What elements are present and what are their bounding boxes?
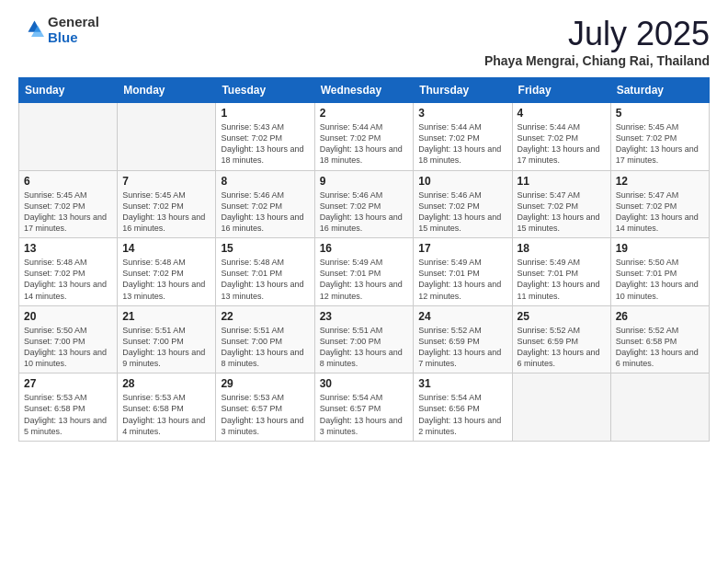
calendar-cell: 11Sunrise: 5:47 AM Sunset: 7:02 PM Dayli… bbox=[512, 170, 610, 238]
day-content: Sunrise: 5:46 AM Sunset: 7:02 PM Dayligh… bbox=[418, 190, 506, 235]
day-number: 30 bbox=[320, 377, 409, 390]
day-number: 26 bbox=[616, 310, 704, 323]
day-content: Sunrise: 5:47 AM Sunset: 7:02 PM Dayligh… bbox=[616, 190, 704, 235]
calendar-week-1: 1Sunrise: 5:43 AM Sunset: 7:02 PM Daylig… bbox=[19, 103, 710, 171]
day-number: 15 bbox=[221, 242, 309, 255]
day-number: 3 bbox=[418, 107, 506, 120]
calendar-week-3: 13Sunrise: 5:48 AM Sunset: 7:02 PM Dayli… bbox=[19, 238, 710, 306]
calendar-table: SundayMondayTuesdayWednesdayThursdayFrid… bbox=[18, 77, 710, 442]
weekday-header-tuesday: Tuesday bbox=[216, 78, 314, 103]
day-number: 9 bbox=[320, 175, 409, 188]
day-number: 21 bbox=[122, 310, 210, 323]
calendar-cell: 5Sunrise: 5:45 AM Sunset: 7:02 PM Daylig… bbox=[610, 103, 709, 171]
day-number: 24 bbox=[418, 310, 506, 323]
day-number: 27 bbox=[24, 377, 112, 390]
day-number: 25 bbox=[518, 310, 606, 323]
day-content: Sunrise: 5:46 AM Sunset: 7:02 PM Dayligh… bbox=[320, 190, 409, 235]
calendar-week-5: 27Sunrise: 5:53 AM Sunset: 6:58 PM Dayli… bbox=[19, 373, 710, 442]
day-number: 12 bbox=[616, 175, 704, 188]
calendar-cell: 3Sunrise: 5:44 AM Sunset: 7:02 PM Daylig… bbox=[414, 103, 512, 171]
calendar-cell: 23Sunrise: 5:51 AM Sunset: 7:00 PM Dayli… bbox=[314, 305, 414, 373]
calendar-cell: 29Sunrise: 5:53 AM Sunset: 6:57 PM Dayli… bbox=[216, 373, 314, 442]
calendar-cell: 15Sunrise: 5:48 AM Sunset: 7:01 PM Dayli… bbox=[216, 238, 314, 306]
day-number: 6 bbox=[24, 175, 112, 188]
day-number: 28 bbox=[122, 377, 210, 390]
calendar-cell: 9Sunrise: 5:46 AM Sunset: 7:02 PM Daylig… bbox=[314, 170, 414, 238]
logo-icon bbox=[18, 17, 44, 43]
calendar-cell: 16Sunrise: 5:49 AM Sunset: 7:01 PM Dayli… bbox=[314, 238, 414, 306]
day-content: Sunrise: 5:52 AM Sunset: 6:59 PM Dayligh… bbox=[518, 325, 606, 370]
day-content: Sunrise: 5:45 AM Sunset: 7:02 PM Dayligh… bbox=[122, 190, 210, 235]
day-number: 29 bbox=[221, 377, 309, 390]
day-content: Sunrise: 5:51 AM Sunset: 7:00 PM Dayligh… bbox=[221, 325, 309, 370]
calendar-week-4: 20Sunrise: 5:50 AM Sunset: 7:00 PM Dayli… bbox=[19, 305, 710, 373]
day-content: Sunrise: 5:51 AM Sunset: 7:00 PM Dayligh… bbox=[320, 325, 409, 370]
day-number: 14 bbox=[122, 242, 210, 255]
calendar-cell: 10Sunrise: 5:46 AM Sunset: 7:02 PM Dayli… bbox=[414, 170, 512, 238]
calendar-cell: 31Sunrise: 5:54 AM Sunset: 6:56 PM Dayli… bbox=[414, 373, 512, 442]
day-number: 16 bbox=[320, 242, 409, 255]
calendar-cell: 12Sunrise: 5:47 AM Sunset: 7:02 PM Dayli… bbox=[610, 170, 709, 238]
day-content: Sunrise: 5:44 AM Sunset: 7:02 PM Dayligh… bbox=[518, 121, 606, 167]
title-section: July 2025 Phaya Mengrai, Chiang Rai, Tha… bbox=[484, 15, 710, 68]
day-number: 13 bbox=[24, 242, 112, 255]
calendar-cell bbox=[512, 373, 610, 442]
weekday-header-saturday: Saturday bbox=[610, 78, 709, 103]
calendar-cell: 18Sunrise: 5:49 AM Sunset: 7:01 PM Dayli… bbox=[512, 238, 610, 306]
day-content: Sunrise: 5:48 AM Sunset: 7:02 PM Dayligh… bbox=[122, 257, 210, 302]
day-content: Sunrise: 5:45 AM Sunset: 7:02 PM Dayligh… bbox=[24, 190, 112, 235]
calendar-cell: 2Sunrise: 5:44 AM Sunset: 7:02 PM Daylig… bbox=[314, 103, 414, 171]
calendar-cell: 6Sunrise: 5:45 AM Sunset: 7:02 PM Daylig… bbox=[19, 170, 118, 238]
day-content: Sunrise: 5:49 AM Sunset: 7:01 PM Dayligh… bbox=[518, 257, 606, 302]
calendar-cell: 19Sunrise: 5:50 AM Sunset: 7:01 PM Dayli… bbox=[610, 238, 709, 306]
day-number: 18 bbox=[518, 242, 606, 255]
logo: General Blue bbox=[18, 15, 99, 45]
calendar-cell: 14Sunrise: 5:48 AM Sunset: 7:02 PM Dayli… bbox=[118, 238, 216, 306]
day-number: 8 bbox=[221, 175, 309, 188]
day-number: 5 bbox=[616, 107, 704, 120]
logo-blue: Blue bbox=[48, 30, 99, 46]
day-content: Sunrise: 5:44 AM Sunset: 7:02 PM Dayligh… bbox=[418, 121, 506, 167]
day-content: Sunrise: 5:53 AM Sunset: 6:58 PM Dayligh… bbox=[122, 392, 210, 437]
day-content: Sunrise: 5:48 AM Sunset: 7:01 PM Dayligh… bbox=[221, 257, 309, 302]
page-header: General Blue July 2025 Phaya Mengrai, Ch… bbox=[18, 15, 710, 68]
day-number: 11 bbox=[518, 175, 606, 188]
calendar-cell: 13Sunrise: 5:48 AM Sunset: 7:02 PM Dayli… bbox=[19, 238, 118, 306]
weekday-header-friday: Friday bbox=[512, 78, 610, 103]
day-number: 1 bbox=[221, 107, 309, 120]
weekday-header-thursday: Thursday bbox=[414, 78, 512, 103]
month-title: July 2025 bbox=[484, 15, 710, 53]
day-number: 7 bbox=[122, 175, 210, 188]
day-content: Sunrise: 5:52 AM Sunset: 6:58 PM Dayligh… bbox=[616, 325, 704, 370]
day-content: Sunrise: 5:43 AM Sunset: 7:02 PM Dayligh… bbox=[221, 121, 309, 167]
day-number: 31 bbox=[418, 377, 506, 390]
calendar-cell: 20Sunrise: 5:50 AM Sunset: 7:00 PM Dayli… bbox=[19, 305, 118, 373]
day-content: Sunrise: 5:48 AM Sunset: 7:02 PM Dayligh… bbox=[24, 257, 112, 302]
day-content: Sunrise: 5:47 AM Sunset: 7:02 PM Dayligh… bbox=[518, 190, 606, 235]
calendar-cell: 27Sunrise: 5:53 AM Sunset: 6:58 PM Dayli… bbox=[19, 373, 118, 442]
day-number: 22 bbox=[221, 310, 309, 323]
day-content: Sunrise: 5:45 AM Sunset: 7:02 PM Dayligh… bbox=[616, 121, 704, 167]
day-content: Sunrise: 5:49 AM Sunset: 7:01 PM Dayligh… bbox=[418, 257, 506, 302]
weekday-header-wednesday: Wednesday bbox=[314, 78, 414, 103]
logo-general: General bbox=[48, 15, 99, 30]
day-content: Sunrise: 5:50 AM Sunset: 7:01 PM Dayligh… bbox=[616, 257, 704, 302]
day-content: Sunrise: 5:50 AM Sunset: 7:00 PM Dayligh… bbox=[24, 325, 112, 370]
day-number: 10 bbox=[418, 175, 506, 188]
day-content: Sunrise: 5:54 AM Sunset: 6:57 PM Dayligh… bbox=[320, 392, 409, 437]
weekday-header-sunday: Sunday bbox=[19, 78, 118, 103]
day-content: Sunrise: 5:46 AM Sunset: 7:02 PM Dayligh… bbox=[221, 190, 309, 235]
calendar-cell: 30Sunrise: 5:54 AM Sunset: 6:57 PM Dayli… bbox=[314, 373, 414, 442]
weekday-header-monday: Monday bbox=[118, 78, 216, 103]
calendar-cell bbox=[610, 373, 709, 442]
calendar-cell: 4Sunrise: 5:44 AM Sunset: 7:02 PM Daylig… bbox=[512, 103, 610, 171]
calendar-cell: 26Sunrise: 5:52 AM Sunset: 6:58 PM Dayli… bbox=[610, 305, 709, 373]
calendar-cell bbox=[118, 103, 216, 171]
day-content: Sunrise: 5:53 AM Sunset: 6:58 PM Dayligh… bbox=[24, 392, 112, 437]
day-number: 20 bbox=[24, 310, 112, 323]
calendar-cell: 8Sunrise: 5:46 AM Sunset: 7:02 PM Daylig… bbox=[216, 170, 314, 238]
logo-text: General Blue bbox=[48, 15, 99, 45]
calendar-header-row: SundayMondayTuesdayWednesdayThursdayFrid… bbox=[19, 78, 710, 103]
day-number: 19 bbox=[616, 242, 704, 255]
calendar-week-2: 6Sunrise: 5:45 AM Sunset: 7:02 PM Daylig… bbox=[19, 170, 710, 238]
